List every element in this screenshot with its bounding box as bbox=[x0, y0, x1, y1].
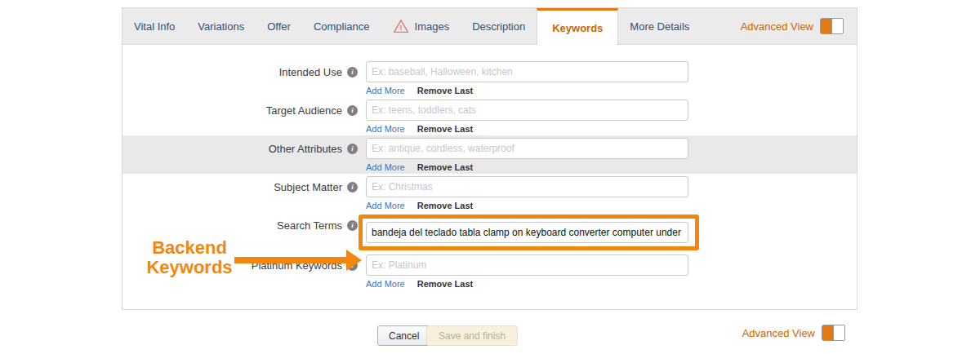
form-row-other-attributes: Other Attributes i Add More Remove Last bbox=[122, 135, 857, 174]
other-attributes-input[interactable] bbox=[366, 138, 688, 159]
add-more-link[interactable]: Add More bbox=[366, 86, 405, 95]
field-label-group: Search Terms i bbox=[122, 215, 358, 236]
field-label: Other Attributes bbox=[269, 143, 342, 155]
add-more-link[interactable]: Add More bbox=[366, 124, 405, 134]
remove-last-link[interactable]: Remove Last bbox=[417, 201, 473, 210]
tab-more-details[interactable]: More Details bbox=[618, 8, 701, 44]
info-icon[interactable]: i bbox=[347, 182, 358, 192]
field-label-group: Intended Use i bbox=[122, 61, 358, 82]
page: Vital Info Variations Offer Compliance !… bbox=[0, 0, 980, 354]
toggle-knob bbox=[833, 325, 845, 341]
tab-variations[interactable]: Variations bbox=[186, 8, 256, 44]
form-row-subject-matter: Subject Matter i Add More Remove Last bbox=[122, 174, 857, 212]
tab-description[interactable]: Description bbox=[461, 8, 537, 44]
intended-use-input[interactable] bbox=[366, 61, 688, 82]
subject-matter-input[interactable] bbox=[366, 176, 688, 197]
search-terms-input[interactable] bbox=[366, 222, 688, 243]
field-label-group: Target Audience i bbox=[122, 100, 358, 121]
tab-vital-info[interactable]: Vital Info bbox=[122, 8, 186, 44]
tab-keywords[interactable]: Keywords bbox=[537, 8, 618, 45]
advanced-view-control-bottom: Advanced View bbox=[742, 325, 845, 341]
tab-images-label: Images bbox=[415, 20, 450, 33]
add-more-link[interactable]: Add More bbox=[366, 279, 405, 289]
advanced-view-label-top: Advanced View bbox=[741, 20, 813, 33]
add-more-link[interactable]: Add More bbox=[366, 162, 405, 172]
field-label: Intended Use bbox=[279, 66, 342, 78]
form-row-intended-use: Intended Use i Add More Remove Last bbox=[122, 59, 857, 97]
annotation-line2: Keywords bbox=[133, 258, 246, 277]
advanced-view-toggle-bottom[interactable] bbox=[822, 325, 845, 341]
info-icon[interactable]: i bbox=[347, 220, 358, 231]
backend-keywords-annotation: Backend Keywords bbox=[133, 238, 246, 277]
remove-last-link[interactable]: Remove Last bbox=[417, 86, 473, 95]
warning-triangle-icon: ! bbox=[393, 19, 409, 33]
info-icon[interactable]: i bbox=[347, 105, 358, 116]
search-terms-highlight-box bbox=[359, 215, 699, 250]
field-label: Target Audience bbox=[266, 104, 342, 117]
svg-text:!: ! bbox=[399, 24, 402, 32]
tab-compliance[interactable]: Compliance bbox=[302, 8, 381, 44]
platinum-keywords-input[interactable] bbox=[366, 254, 688, 276]
save-and-finish-button[interactable]: Save and finish bbox=[426, 325, 518, 346]
target-audience-input[interactable] bbox=[366, 100, 688, 121]
field-label-group: Other Attributes i bbox=[122, 138, 358, 159]
tab-images[interactable]: ! Images bbox=[381, 8, 461, 44]
remove-last-link[interactable]: Remove Last bbox=[417, 124, 473, 134]
cancel-button[interactable]: Cancel bbox=[377, 325, 430, 346]
add-more-link[interactable]: Add More bbox=[366, 201, 405, 210]
advanced-view-label-bottom: Advanced View bbox=[742, 327, 815, 339]
tab-offer[interactable]: Offer bbox=[256, 8, 302, 44]
field-label-group: Subject Matter i bbox=[122, 176, 358, 197]
field-label: Search Terms bbox=[277, 219, 342, 232]
tab-bar: Vital Info Variations Offer Compliance !… bbox=[122, 8, 857, 45]
annotation-line1: Backend bbox=[133, 238, 246, 258]
remove-last-link[interactable]: Remove Last bbox=[417, 279, 473, 289]
field-label: Subject Matter bbox=[274, 181, 342, 193]
advanced-view-toggle-top[interactable] bbox=[820, 18, 844, 34]
annotation-arrow-head bbox=[346, 250, 362, 271]
form-row-target-audience: Target Audience i Add More Remove Last bbox=[122, 97, 857, 135]
toggle-knob bbox=[831, 18, 844, 34]
info-icon[interactable]: i bbox=[347, 144, 358, 154]
remove-last-link[interactable]: Remove Last bbox=[417, 162, 473, 172]
advanced-view-control-top: Advanced View bbox=[741, 8, 857, 44]
annotation-arrow-shaft bbox=[234, 257, 347, 263]
info-icon[interactable]: i bbox=[347, 67, 358, 77]
